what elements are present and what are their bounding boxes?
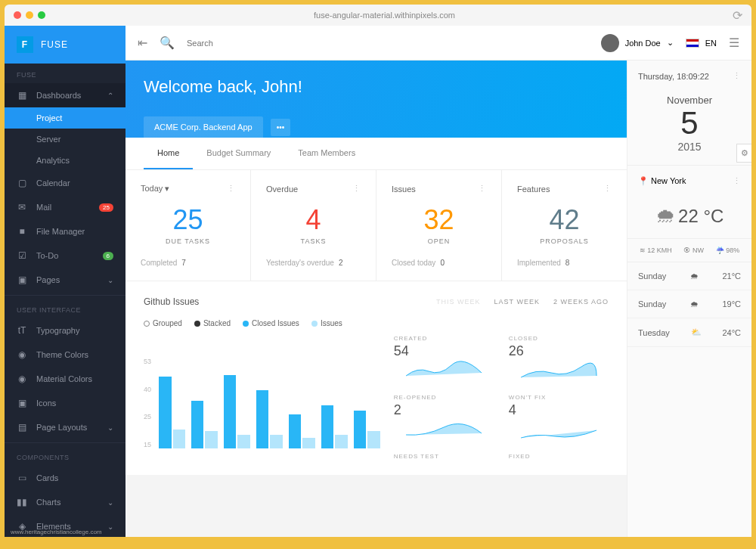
close-dot[interactable] xyxy=(14,11,21,19)
sidebar-item-icons[interactable]: ▣ Icons xyxy=(5,391,125,415)
search-icon[interactable]: 🔍 xyxy=(160,36,175,50)
more-icon[interactable]: ⋮ xyxy=(352,184,361,194)
stat-value: 32 xyxy=(392,204,486,236)
user-name: John Doe xyxy=(625,39,661,48)
layout-icon: ▤ xyxy=(17,422,27,433)
range-thisweek[interactable]: THIS WEEK xyxy=(436,298,481,306)
city: New York xyxy=(651,176,686,185)
clock-text: Thursday, 18:09:22 xyxy=(638,72,709,81)
sidebar-item-project[interactable]: Project xyxy=(5,107,125,129)
y-tick: 53 xyxy=(144,358,151,365)
y-tick: 15 xyxy=(144,441,151,448)
app-logo[interactable]: F FUSE xyxy=(5,26,125,64)
sidebar-item-charts[interactable]: ▮▮ Charts ⌄ xyxy=(5,490,125,514)
sidebar-label: Pages xyxy=(36,275,98,284)
chevron-down-icon[interactable]: ▾ xyxy=(165,184,169,193)
more-icon[interactable]: ⋮ xyxy=(733,176,741,186)
menu-toggle-icon[interactable]: ⇤ xyxy=(138,36,147,50)
sidebar-label: File Manager xyxy=(36,227,113,236)
card-icon: ▭ xyxy=(17,473,27,483)
sidebar-item-cards[interactable]: ▭ Cards xyxy=(5,466,125,490)
month: November xyxy=(627,95,751,106)
tab-home[interactable]: Home xyxy=(144,138,193,169)
sidebar-label: Theme Colors xyxy=(36,350,113,359)
rain-icon: ☔ xyxy=(716,247,724,254)
more-button[interactable]: ••• xyxy=(271,119,291,136)
stat-foot-label: Yesterday's overdue xyxy=(266,259,334,267)
palette-icon: ◉ xyxy=(17,374,27,384)
language-menu[interactable]: EN xyxy=(686,39,717,48)
maximize-dot[interactable] xyxy=(38,11,45,19)
sidebar: F FUSE FUSE ▦ Dashboards ⌃ Project Serve… xyxy=(5,26,125,537)
sidebar-item-mail[interactable]: ✉ Mail 25 xyxy=(5,195,125,219)
sidebar-label: Mail xyxy=(36,203,90,212)
chart-title: Github Issues xyxy=(144,296,199,307)
chevron-down-icon: ⌄ xyxy=(107,523,113,531)
sidebar-label: Cards xyxy=(36,473,113,482)
sidebar-item-todo[interactable]: ☑ To-Do 6 xyxy=(5,243,125,268)
stat-sub: TASKS xyxy=(266,237,361,245)
mail-icon: ✉ xyxy=(17,202,27,212)
stat-label: Overdue xyxy=(266,185,298,194)
range-2weeks[interactable]: 2 WEEKS AGO xyxy=(553,298,609,306)
menu-icon[interactable]: ☰ xyxy=(729,36,739,50)
legend-stacked[interactable]: Stacked xyxy=(194,319,231,327)
sidebar-label: Material Colors xyxy=(36,374,113,383)
legend-closed[interactable]: Closed Issues xyxy=(243,319,299,327)
sun-icon: ⛅ xyxy=(691,327,702,337)
sidebar-item-materialcolors[interactable]: ◉ Material Colors xyxy=(5,367,125,391)
sidebar-label: Icons xyxy=(36,399,113,408)
forecast-row: Tuesday ⛅ 24°C xyxy=(627,318,751,347)
stat-label: Today xyxy=(141,184,163,193)
stats-row: Today ▾⋮ 25 DUE TASKS Completed7 Overdue… xyxy=(125,170,627,281)
stat-foot-value: 7 xyxy=(181,259,186,267)
sidebar-label: Dashboards xyxy=(36,91,98,100)
typography-icon: tT xyxy=(17,325,27,336)
refresh-icon[interactable]: ⟳ xyxy=(733,8,742,23)
chevron-down-icon: ⌄ xyxy=(107,498,113,507)
more-icon[interactable]: ⋮ xyxy=(227,184,235,194)
sidebar-item-typography[interactable]: tT Typography xyxy=(5,318,125,343)
forecast-row: Sunday 🌧 19°C xyxy=(627,290,751,318)
range-lastweek[interactable]: LAST WEEK xyxy=(494,298,540,306)
flag-icon xyxy=(686,39,699,48)
gear-icon[interactable]: ⚙ xyxy=(736,144,751,163)
more-icon[interactable]: ⋮ xyxy=(733,71,741,81)
chart-icon: ▮▮ xyxy=(17,497,27,507)
sidebar-item-calendar[interactable]: ▢ Calendar xyxy=(5,171,125,195)
y-tick: 40 xyxy=(144,386,151,393)
app-tab[interactable]: ACME Corp. Backend App xyxy=(144,116,263,138)
stat-foot-label: Implemented xyxy=(517,259,561,267)
stat-label: Issues xyxy=(392,185,416,194)
sidebar-item-themecolors[interactable]: ◉ Theme Colors xyxy=(5,343,125,367)
weather-main: 🌧 22 °C xyxy=(627,197,751,238)
tab-team[interactable]: Team Members xyxy=(284,138,369,169)
sidebar-item-filemanager[interactable]: ■ File Manager xyxy=(5,219,125,243)
logo-text: FUSE xyxy=(41,39,68,50)
more-icon[interactable]: ⋮ xyxy=(603,184,612,194)
dashboard-icon: ▦ xyxy=(17,90,27,101)
chevron-up-icon: ⌃ xyxy=(107,92,113,100)
rain-icon: 🌧 xyxy=(655,204,675,227)
minimize-dot[interactable] xyxy=(26,11,33,19)
sidebar-label: Calendar xyxy=(36,178,113,188)
user-menu[interactable]: John Doe ⌄ xyxy=(601,34,674,52)
folder-icon: ■ xyxy=(17,226,27,237)
sidebar-item-analytics[interactable]: Analytics xyxy=(5,150,125,171)
sidebar-label: Typography xyxy=(36,326,113,335)
url-bar[interactable]: fuse-angular-material.withinpixels.com xyxy=(50,11,719,20)
compass-icon: ⦿ xyxy=(683,247,690,254)
tab-budget[interactable]: Budget Summary xyxy=(193,138,284,169)
more-icon[interactable]: ⋮ xyxy=(478,184,486,194)
legend-grouped[interactable]: Grouped xyxy=(144,319,182,327)
sidebar-item-server[interactable]: Server xyxy=(5,129,125,150)
github-chart: Github Issues THIS WEEK LAST WEEK 2 WEEK… xyxy=(125,281,627,475)
search-input[interactable] xyxy=(187,39,589,48)
sidebar-item-dashboards[interactable]: ▦ Dashboards ⌃ xyxy=(5,83,125,107)
legend-issues[interactable]: Issues xyxy=(311,319,342,327)
sidebar-item-pagelayouts[interactable]: ▤ Page Layouts ⌄ xyxy=(5,415,125,439)
sidebar-label: Charts xyxy=(36,498,98,507)
lang-label: EN xyxy=(705,39,717,48)
stat-value: 42 xyxy=(517,204,612,236)
sidebar-item-pages[interactable]: ▣ Pages ⌄ xyxy=(5,268,125,292)
